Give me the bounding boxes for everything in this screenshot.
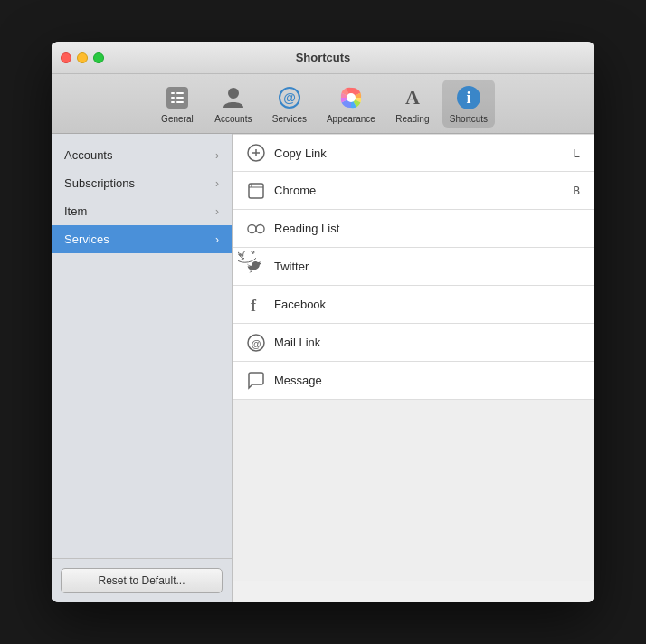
- shortcut-name-twitter: Twitter: [274, 260, 580, 273]
- shortcuts-icon: i: [454, 83, 483, 112]
- reading-list-icon: [247, 220, 265, 238]
- shortcut-row-mail-link[interactable]: @ Mail Link: [233, 324, 594, 362]
- toolbar-item-services[interactable]: @ Services: [263, 80, 316, 128]
- toolbar-label-reading: Reading: [395, 114, 429, 124]
- services-icon: @: [275, 83, 304, 112]
- svg-rect-5: [171, 101, 175, 103]
- svg-rect-2: [176, 92, 184, 94]
- shortcut-row-reading-list[interactable]: Reading List: [233, 210, 594, 248]
- shortcut-row-chrome[interactable]: Chrome B: [233, 172, 594, 210]
- reset-button[interactable]: Reset to Default...: [61, 568, 223, 593]
- svg-text:f: f: [251, 297, 257, 314]
- toolbar-label-shortcuts: Shortcuts: [450, 114, 488, 124]
- svg-rect-18: [249, 184, 263, 198]
- sidebar-label-subscriptions: Subscriptions: [64, 176, 135, 190]
- traffic-lights: [61, 52, 104, 63]
- maximize-button[interactable]: [93, 52, 104, 63]
- shortcut-name-message: Message: [274, 374, 580, 387]
- general-icon: [163, 83, 192, 112]
- sidebar-item-subscriptions[interactable]: Subscriptions ›: [52, 169, 232, 197]
- empty-area: [233, 400, 594, 581]
- sidebar-item-accounts[interactable]: Accounts ›: [52, 141, 232, 169]
- chevron-icon: ›: [215, 205, 219, 218]
- minimize-button[interactable]: [77, 52, 88, 63]
- shortcut-row-facebook[interactable]: f Facebook: [233, 286, 594, 324]
- svg-point-7: [228, 88, 239, 99]
- toolbar-label-services: Services: [272, 114, 307, 124]
- toolbar-item-accounts[interactable]: Accounts: [207, 80, 260, 128]
- sidebar: Accounts › Subscriptions › Item › Servic…: [52, 134, 233, 602]
- shortcut-name-copy-link: Copy Link: [274, 147, 573, 160]
- main-window: Shortcuts General: [52, 42, 594, 602]
- chevron-icon: ›: [215, 177, 219, 190]
- svg-text:@: @: [283, 90, 296, 105]
- shortcut-key-copy-link: L: [573, 147, 580, 160]
- mail-link-icon: @: [247, 334, 265, 352]
- sidebar-label-item: Item: [64, 204, 87, 218]
- appearance-icon: [337, 83, 366, 112]
- sidebar-label-services: Services: [64, 232, 109, 246]
- svg-point-21: [248, 224, 256, 232]
- toolbar-item-shortcuts[interactable]: i Shortcuts: [442, 80, 495, 128]
- shortcut-name-mail-link: Mail Link: [274, 336, 580, 349]
- content-area: Accounts › Subscriptions › Item › Servic…: [52, 134, 594, 602]
- toolbar-label-appearance: Appearance: [327, 114, 375, 124]
- toolbar-item-general[interactable]: General: [151, 80, 204, 128]
- sidebar-items: Accounts › Subscriptions › Item › Servic…: [52, 134, 232, 558]
- sidebar-item-services[interactable]: Services ›: [52, 225, 232, 253]
- shortcut-key-chrome: B: [573, 184, 580, 197]
- window-title: Shortcuts: [296, 51, 351, 64]
- svg-rect-1: [171, 92, 175, 94]
- toolbar-item-appearance[interactable]: Appearance: [319, 80, 383, 128]
- close-button[interactable]: [61, 52, 71, 63]
- shortcut-row-twitter[interactable]: Twitter: [233, 248, 594, 286]
- shortcut-row-message[interactable]: Message: [233, 362, 594, 400]
- shortcut-name-chrome: Chrome: [274, 184, 573, 197]
- svg-rect-3: [171, 97, 175, 99]
- chevron-icon: ›: [215, 149, 219, 162]
- accounts-icon: [219, 83, 248, 112]
- svg-text:i: i: [466, 89, 470, 107]
- toolbar-label-general: General: [161, 114, 194, 124]
- shortcut-name-reading-list: Reading List: [274, 222, 580, 235]
- svg-text:A: A: [405, 86, 420, 109]
- chrome-icon: [247, 182, 265, 200]
- main-panel: Copy Link L Chrome B: [233, 134, 594, 602]
- shortcut-name-facebook: Facebook: [274, 298, 580, 311]
- facebook-icon: f: [247, 296, 265, 314]
- sidebar-label-accounts: Accounts: [64, 148, 112, 162]
- shortcut-row-copy-link[interactable]: Copy Link L: [233, 134, 594, 172]
- chevron-icon: ›: [215, 233, 219, 246]
- twitter-icon: [247, 258, 265, 276]
- sidebar-item-item[interactable]: Item ›: [52, 197, 232, 225]
- reading-icon: A: [398, 83, 427, 112]
- message-icon: [247, 372, 265, 390]
- toolbar: General Accounts @ Services: [52, 74, 594, 134]
- svg-rect-4: [176, 97, 184, 99]
- svg-point-22: [256, 224, 264, 232]
- toolbar-label-accounts: Accounts: [214, 114, 252, 124]
- copy-link-icon: [247, 144, 265, 162]
- sidebar-footer: Reset to Default...: [52, 558, 232, 602]
- svg-rect-6: [176, 101, 184, 103]
- svg-text:@: @: [252, 337, 261, 348]
- titlebar: Shortcuts: [52, 42, 594, 74]
- toolbar-item-reading[interactable]: A Reading: [386, 80, 439, 128]
- svg-point-11: [347, 93, 356, 102]
